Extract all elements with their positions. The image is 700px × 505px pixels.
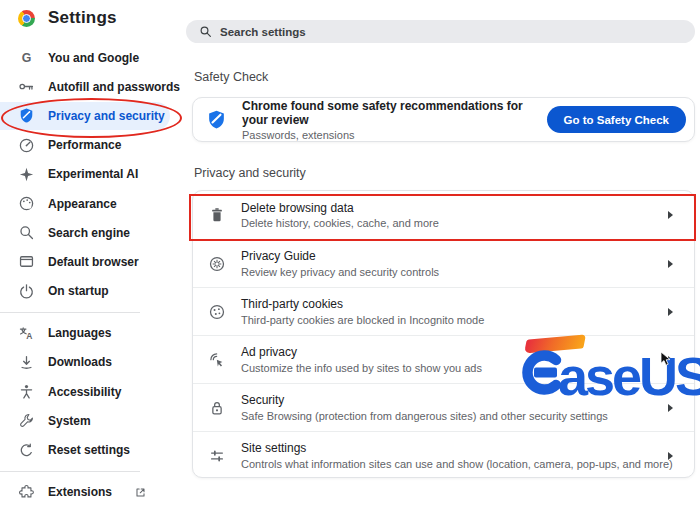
palette-icon [18,195,35,212]
wrench-icon [18,412,35,429]
sidebar-item-performance[interactable]: Performance [0,131,185,160]
row-privacy-guide[interactable]: Privacy Guide Review key privacy and sec… [193,239,694,287]
sidebar-item-system[interactable]: System [0,406,185,435]
tune-icon [207,447,227,465]
row-title: Privacy Guide [241,249,439,263]
external-link-icon [134,486,147,499]
safety-check-title: Chrome found some safety recommendations… [242,99,547,127]
sidebar-divider [0,312,140,313]
sidebar-item-label: Default browser [48,255,139,269]
sidebar-item-search-engine[interactable]: Search engine [0,218,185,247]
chevron-right-icon [668,404,673,412]
row-title: Delete browsing data [241,201,439,215]
sidebar-item-label: Downloads [48,355,112,369]
sidebar-item-experimental-ai[interactable]: Experimental AI [0,160,185,189]
sidebar-item-label: Privacy and security [48,109,165,123]
sidebar-item-label: You and Google [48,51,139,65]
row-title: Third-party cookies [241,297,484,311]
sidebar-item-label: Reset settings [48,443,130,457]
row-title: Ad privacy [241,345,482,359]
accessibility-icon [18,383,35,400]
row-site-settings[interactable]: Site settings Controls what information … [193,431,694,479]
settings-sidebar: Settings G You and Google Autofill and p… [0,0,185,505]
sidebar-item-accessibility[interactable]: Accessibility [0,377,185,406]
sidebar-item-appearance[interactable]: Appearance [0,189,185,218]
reset-icon [18,442,35,459]
chevron-right-icon [668,260,673,268]
speedometer-icon [18,137,35,154]
sidebar-item-label: Accessibility [48,385,121,399]
row-subtitle: Third-party cookies are blocked in Incog… [241,314,484,326]
sidebar-item-label: Autofill and passwords [48,80,180,94]
translate-icon: A [18,325,35,342]
safety-check-card: Chrome found some safety recommendations… [192,97,695,142]
magnifier-icon [18,224,35,241]
row-title: Site settings [241,441,673,455]
search-bar[interactable] [186,20,695,43]
sidebar-item-autofill[interactable]: Autofill and passwords [0,72,185,101]
privacy-settings-list: Delete browsing data Delete history, coo… [192,190,695,478]
page-title: Settings [48,8,117,28]
sidebar-nav: G You and Google Autofill and passwords … [0,43,185,505]
puzzle-icon [18,484,35,501]
download-icon [18,354,35,371]
safety-check-heading: Safety Check [194,70,268,84]
sidebar-item-languages[interactable]: A Languages [0,319,185,348]
sidebar-item-on-startup[interactable]: On startup [0,277,185,306]
row-third-party-cookies[interactable]: Third-party cookies Third-party cookies … [193,287,694,335]
privacy-section-heading: Privacy and security [194,166,306,180]
row-subtitle: Customize the info used by sites to show… [241,362,482,374]
sidebar-divider [0,471,140,472]
ad-click-icon [207,351,227,369]
search-input[interactable] [220,26,640,38]
sidebar-item-label: Languages [48,326,111,340]
go-to-safety-check-button[interactable]: Go to Safety Check [547,106,686,133]
sidebar-item-you-and-google[interactable]: G You and Google [0,43,185,72]
sidebar-item-downloads[interactable]: Downloads [0,348,185,377]
sidebar-item-label: Appearance [48,197,117,211]
sidebar-item-extensions[interactable]: Extensions [0,478,185,505]
row-subtitle: Delete history, cookies, cache, and more [241,217,439,229]
cookie-icon [207,303,227,321]
safety-check-subtitle: Passwords, extensions [242,129,547,141]
lock-icon [207,399,227,417]
chevron-right-icon [668,356,673,364]
svg-text:A: A [26,331,32,341]
safety-check-texts: Chrome found some safety recommendations… [242,99,547,141]
app-header: Settings [18,7,117,29]
chevron-right-icon [668,452,673,460]
row-security[interactable]: Security Safe Browsing (protection from … [193,383,694,431]
key-icon [18,78,35,95]
chrome-logo-icon [18,10,35,27]
blue-shield-icon [206,109,227,130]
sidebar-item-label: Experimental AI [48,167,138,181]
row-ad-privacy[interactable]: Ad privacy Customize the info used by si… [193,335,694,383]
chevron-right-icon [668,211,673,219]
sidebar-item-reset-settings[interactable]: Reset settings [0,435,185,464]
sparkle-icon [18,166,35,183]
svg-text:G: G [22,51,32,65]
trash-icon [207,206,227,224]
shield-icon [18,107,35,124]
row-subtitle: Safe Browsing (protection from dangerous… [241,410,608,422]
sidebar-item-label: Extensions [48,485,112,499]
sidebar-item-privacy-and-security[interactable]: Privacy and security [0,101,185,130]
row-subtitle: Review key privacy and security controls [241,266,439,278]
google-g-icon: G [18,49,35,66]
sidebar-item-label: System [48,414,91,428]
privacy-guide-icon [207,255,227,273]
row-title: Security [241,393,608,407]
sidebar-item-label: Search engine [48,226,130,240]
sidebar-item-default-browser[interactable]: Default browser [0,247,185,276]
row-delete-browsing-data[interactable]: Delete browsing data Delete history, coo… [193,191,694,239]
sidebar-item-label: Performance [48,138,121,152]
sidebar-item-label: On startup [48,284,109,298]
power-icon [18,283,35,300]
browser-window-icon [18,253,35,270]
row-subtitle: Controls what information sites can use … [241,458,673,470]
search-icon [199,25,212,38]
chevron-right-icon [668,308,673,316]
